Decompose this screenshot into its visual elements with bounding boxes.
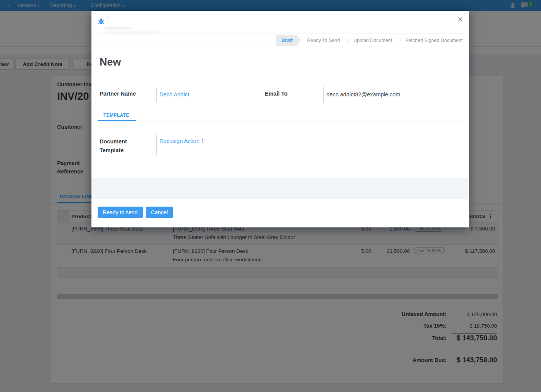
status-step-draft[interactable]: Draft: [276, 35, 301, 46]
partner-name-value[interactable]: Deco Addict: [159, 91, 189, 98]
cancel-button[interactable]: Cancel: [146, 207, 173, 218]
skeleton-shimmer: [105, 27, 132, 29]
tab-template[interactable]: TEMPLATE: [103, 113, 129, 118]
dialog-lower-band: [91, 178, 469, 199]
document-template-label: Document Template: [100, 137, 138, 155]
status-step-ready-to-send[interactable]: Ready To Send: [307, 38, 340, 43]
document-template-value[interactable]: Docusign Action 1: [159, 138, 204, 144]
field-separator: [156, 135, 157, 155]
field-separator: [156, 88, 157, 102]
tabs-divider: [98, 121, 463, 121]
email-to-value[interactable]: deco.addict82@example.com: [326, 91, 400, 98]
partner-name-label: Partner Name: [100, 91, 136, 97]
field-separator: [323, 87, 324, 103]
email-to-label: Email To: [265, 91, 287, 97]
skeleton-shimmer: [107, 17, 110, 19]
dialog-title: New: [100, 56, 121, 68]
bug-logo-icon: [98, 18, 105, 26]
docusign-send-dialog: ✕ Draft Ready To Send Upload Document Fe…: [91, 11, 469, 227]
screen: ▾ Vendors▾ Reporting▾ Configuration▾ 2 P…: [0, 0, 541, 392]
status-bar: Draft Ready To Send Upload Document Fetc…: [91, 34, 469, 47]
close-icon[interactable]: ✕: [458, 15, 463, 24]
ready-to-send-button[interactable]: Ready to send: [98, 207, 143, 218]
chevron-right-icon: [344, 38, 349, 43]
chevron-right-icon: [396, 38, 401, 43]
status-step-upload-document[interactable]: Upload Document: [353, 38, 392, 43]
status-step-fetched-signed-document[interactable]: Fetched Signed Document: [406, 38, 463, 43]
skeleton-shimmer: [105, 31, 159, 33]
